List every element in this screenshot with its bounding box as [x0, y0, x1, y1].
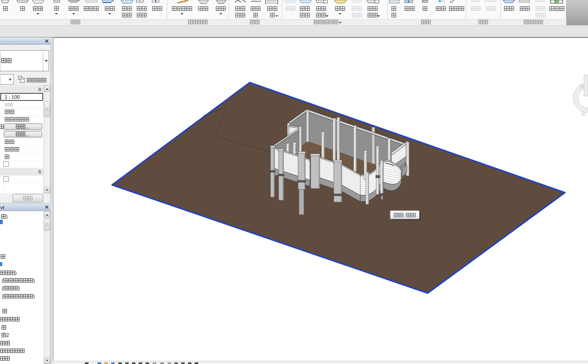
svg-text:(: (: [2, 286, 4, 291]
svg-text:...: ...: [26, 124, 30, 129]
svg-text:): ): [33, 278, 35, 283]
svg-text:1 : 100: 1 : 100: [5, 94, 20, 100]
svg-text:): ): [15, 270, 17, 276]
svg-text:vt: vt: [0, 205, 5, 210]
svg-text:): ): [6, 214, 8, 219]
svg-text:): ): [33, 294, 35, 299]
svg-text:(: (: [2, 294, 4, 299]
svg-text:2: 2: [6, 332, 9, 338]
svg-text:100: 100: [5, 102, 13, 107]
svg-text:...: ...: [26, 132, 30, 137]
svg-text:(: (: [2, 278, 4, 283]
svg-text:): ): [19, 286, 20, 291]
svg-text::: :: [404, 212, 405, 218]
